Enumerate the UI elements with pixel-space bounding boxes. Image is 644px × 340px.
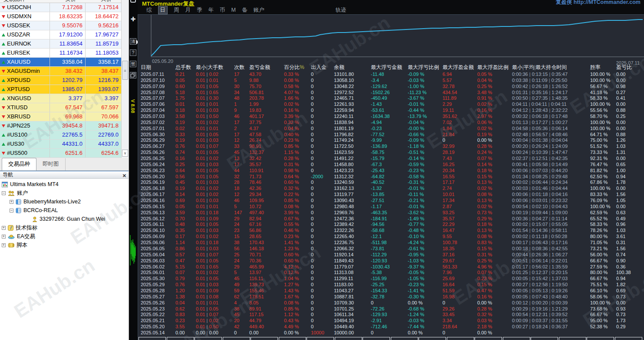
tree-item-EA交易[interactable]: +EA交易 [0, 232, 129, 241]
table-row[interactable]: 2025.07.100.050.01 | 0.0159.880.08 %0130… [138, 78, 644, 84]
market-watch-scrollbar[interactable]: ≡ ∨ [121, 0, 129, 158]
tab-即时图[interactable]: 即时图 [36, 158, 66, 170]
market-row-#JPN225[interactable]: #JPN22539454.839471.8 [0, 121, 122, 131]
tool-年[interactable]: 年 [208, 7, 214, 14]
expand-icon[interactable]: + [2, 235, 6, 239]
table-row[interactable]: 2025.06.040.570.01 | 0.072570.710.60 %01… [138, 252, 644, 258]
help-button[interactable]: ? [130, 49, 136, 56]
tool-账户[interactable]: 账户 [253, 7, 264, 14]
table-row[interactable]: 2025.05.140.000.00 | 0.0000.000.00 %1000… [138, 330, 644, 336]
scrollbar-down-button[interactable]: ∨ [122, 150, 128, 157]
tool-综[interactable]: 综 [146, 7, 152, 14]
table-row[interactable]: 2025.06.120.700.01 | 0.092982.940.67 %01… [138, 216, 644, 222]
table-row[interactable]: 2025.05.260.040.01 | 0.0148.050.08 %0107… [138, 300, 644, 306]
table-row[interactable]: 2025.05.220.830.01 | 0.0745117.151.12 %0… [138, 312, 644, 318]
market-row-USDCNH[interactable]: USDCNH7.172687.17514 [0, 3, 122, 12]
window-icon[interactable] [130, 0, 136, 3]
table-row[interactable]: 2025.07.090.600.01 | 0.053075.700.58 %01… [138, 84, 644, 90]
table-row[interactable]: 2025.06.230.640.01 | 0.0544110.910.98 %0… [138, 168, 644, 174]
market-row-#US500[interactable]: #US5006251.66254.6 [0, 149, 122, 158]
tool-备[interactable]: 备 [242, 7, 248, 14]
market-row-XNGUSD[interactable]: XNGUSD3.3773.397 [0, 94, 122, 103]
table-row[interactable]: 2025.06.200.560.01 | 0.053271.730.64 %-2… [138, 174, 644, 180]
market-row-XAGUSDmin[interactable]: XAGUSDmin38.43238.437 [0, 67, 122, 76]
tree-item-技术指标[interactable]: +f技术指标 [0, 223, 129, 232]
move-tool[interactable]: ✚ [130, 16, 136, 23]
table-row[interactable]: 2025.07.020.190.01 | 0.021737.750.32 %01… [138, 120, 644, 126]
restore-button[interactable] [130, 72, 136, 78]
table-row[interactable]: 2025.05.271.380.01 | 0.0862178.511.67 %0… [138, 294, 644, 300]
table-row[interactable]: 2025.06.010.070.01 | 0.02513.970.12 %011… [138, 270, 644, 276]
table-row[interactable]: 2025.07.110.210.01 | 0.021743.700.33 %01… [138, 72, 644, 78]
table-row[interactable]: 2025.07.071.750.01 | 0.3048203.781.66 %0… [138, 95, 644, 101]
collapse-icon[interactable]: − [10, 209, 13, 212]
tool-季[interactable]: 季 [197, 7, 202, 14]
market-row-#US30[interactable]: #US3044331.044337.0 [0, 140, 122, 149]
market-row-EURSEK[interactable]: EURSEK11.1673411.18053 [0, 49, 122, 58]
tree-item-账户[interactable]: −账户 [0, 189, 129, 197]
expand-icon[interactable]: + [2, 243, 6, 247]
table-row[interactable]: 2025.06.100.350.01 | 0.032356.860.46 %01… [138, 228, 644, 234]
tree-item-BCRCo-REAL[interactable]: −BCRCo-REAL [0, 206, 129, 215]
market-row-USDMXN[interactable]: USDMXN18.6323518.64472 [0, 12, 122, 21]
tree-item-Ultima Markets MT4[interactable]: Ultima Markets MT4 [0, 180, 129, 189]
table-row[interactable]: 2025.06.030.470.01 | 0.052470.360.60 %01… [138, 258, 644, 264]
market-row-XTIUSD[interactable]: XTIUSD67.54767.597 [0, 103, 122, 112]
table-row[interactable]: 2025.06.190.450.01 | 0.032878.460.60 %01… [138, 180, 644, 186]
market-row-XBRUSD[interactable]: XBRUSD69.96870.066 [0, 112, 122, 121]
table-row[interactable]: 2025.05.230.620.01 | 0.053889.910.85 %01… [138, 306, 644, 312]
navigator-header[interactable]: 导航 ✕ [0, 171, 129, 179]
table-row[interactable]: 2025.07.010.020.01 | 0.0124.370.04 %0118… [138, 126, 644, 132]
tool-月[interactable]: 月 [185, 7, 191, 14]
table-row[interactable]: 2025.06.250.160.01 | 0.021332.420.28 %01… [138, 156, 644, 162]
table-row[interactable]: 2025.06.270.760.01 | 0.073398.910.85 %01… [138, 144, 644, 150]
table-row[interactable]: 2025.06.061.140.01 | 0.1838170.431.41 %0… [138, 240, 644, 246]
table-row[interactable]: 2025.05.210.230.01 | 0.022044.790.43 %01… [138, 318, 644, 324]
table-row[interactable]: 2025.07.060.010.01 | 0.0111.990.02 %0122… [138, 101, 644, 108]
disable-button[interactable]: 禁 [130, 61, 136, 67]
table-row[interactable]: 2025.06.133.590.01 | 0.18147497.403.99 %… [138, 210, 644, 216]
table-row[interactable]: 2025.06.050.860.01 | 0.0356146.181.23 %0… [138, 246, 644, 252]
table-row[interactable]: 2025.06.290.190.01 | 0.031226.740.23 %01… [138, 137, 644, 144]
table-row[interactable]: 2025.06.260.740.01 | 0.0545132.371.15 %0… [138, 150, 644, 156]
table-row[interactable]: 2025.05.290.760.01 | 0.0349139.731.27 %0… [138, 282, 644, 288]
table-row[interactable]: 2025.05.300.790.01 | 0.0545116.111.04 %0… [138, 276, 644, 282]
table-row[interactable]: 2025.07.040.180.01 | 0.03919.830.16 %012… [138, 108, 644, 114]
tool-币[interactable]: 币 [220, 7, 225, 14]
table-row[interactable]: 2025.07.085.180.01 | 0.6534506.814.07 %0… [138, 90, 644, 96]
tree-item-33297266: Guan Chun Wei[interactable]: 33297266: Guan Chun Wei [0, 215, 129, 223]
table-row[interactable]: 2025.06.300.330.01 | 0.051747.580.40 %01… [138, 132, 644, 138]
table-row[interactable]: 2025.06.180.190.01 | 0.021842.360.32 %01… [138, 186, 644, 192]
close-icon[interactable]: ✕ [122, 172, 126, 180]
expand-icon[interactable]: + [2, 226, 6, 230]
table-row[interactable]: 2025.06.240.250.01 | 0.031735.570.31 %01… [138, 162, 644, 168]
tree-item-BlueberryMarkets-Live2[interactable]: +BlueberryMarkets-Live2 [0, 197, 129, 206]
table-row[interactable]: 2025.06.110.480.01 | 0.052467.160.55 %01… [138, 222, 644, 228]
clear-button[interactable]: 清 [130, 38, 136, 45]
market-row-EURNOK[interactable]: EURNOK11.8365411.85719 [0, 39, 122, 49]
tool-M[interactable]: M [231, 7, 236, 13]
table-row[interactable]: 2025.06.025.150.01 | 0.6529465.994.12 %0… [138, 264, 644, 270]
market-row-XPDUSD[interactable]: XPDUSD1202.791216.79 [0, 76, 122, 85]
table-row[interactable]: 2025.06.160.690.01 | 0.0346109.950.85 %0… [138, 198, 644, 204]
table-row[interactable]: 2025.07.033.580.01 | 0.5046401.173.39 %0… [138, 114, 644, 120]
tool-日[interactable]: 日 [158, 6, 168, 14]
tool-周[interactable]: 周 [174, 7, 179, 14]
market-row-XPTUSD[interactable]: XPTUSD1385.071393.07 [0, 85, 122, 94]
brand-link[interactable]: 复盈侠 http://MTCommander.com [556, 0, 641, 6]
table-row[interactable]: 2025.05.281.200.01 | 0.0959155.461.43 %0… [138, 288, 644, 294]
table-row[interactable]: 2025.06.170.140.01 | 0.021229.340.22 %01… [138, 192, 644, 198]
tree-item-脚本[interactable]: +脚本 [0, 241, 129, 249]
market-row-USDSEK[interactable]: USDSEK9.550769.56216 [0, 21, 122, 30]
table-row[interactable]: 2025.05.203.550.01 | 0.5042449.404.49 %0… [138, 324, 644, 330]
tab-交易品种[interactable]: 交易品种 [2, 158, 36, 170]
scrollbar-thumb[interactable]: ≡ [122, 61, 128, 80]
market-row-XAUUSD[interactable]: XAUUSD3358.043358.17 [0, 58, 122, 67]
expand-icon[interactable]: + [10, 200, 13, 204]
table-row[interactable]: 2025.06.150.050.01 | 0.01510.720.08 %012… [138, 204, 644, 210]
market-row-#US100[interactable]: #US10022765.522769.0 [0, 131, 122, 140]
collapse-icon[interactable]: − [2, 191, 6, 195]
tool-轨迹[interactable]: 轨迹 [335, 7, 346, 14]
market-row-USDZAR[interactable]: USDZAR17.9120017.96727 [0, 30, 122, 39]
table-row[interactable]: 2025.06.090.170.01 | 0.021528.650.23 %01… [138, 234, 644, 240]
